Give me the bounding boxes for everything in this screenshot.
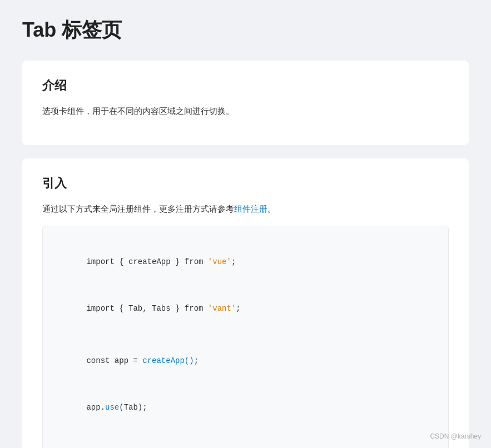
- code-import-1-suffix: ;: [231, 257, 236, 266]
- intro-section-title: 介绍: [42, 77, 449, 94]
- code-const-keyword: const app =: [86, 356, 142, 365]
- import-section-title: 引入: [42, 175, 449, 192]
- import-desc: 通过以下方式来全局注册组件，更多注册方式请参考组件注册。: [42, 202, 449, 216]
- code-const-suffix: ;: [194, 356, 199, 365]
- code-use-4: use: [105, 403, 119, 412]
- code-app-4: app.: [86, 403, 105, 412]
- intro-card: 介绍 选项卡组件，用于在不同的内容区域之间进行切换。: [22, 61, 469, 145]
- code-line-3: const app = createApp();: [58, 337, 433, 384]
- code-import-2-string: 'vant': [208, 304, 236, 313]
- code-import-2-keyword: import { Tab, Tabs } from: [86, 304, 207, 313]
- code-import-1-keyword: import { createApp } from: [86, 257, 207, 266]
- code-createapp-call: createApp(): [142, 356, 194, 365]
- code-semi-4: ;: [142, 403, 147, 412]
- import-desc-suffix: 。: [267, 204, 276, 213]
- code-line-5: app.use(Tabs);: [58, 431, 433, 448]
- import-card: 引入 通过以下方式来全局注册组件，更多注册方式请参考组件注册。 import {…: [22, 158, 469, 449]
- import-desc-prefix: 通过以下方式来全局注册组件，更多注册方式请参考: [42, 204, 234, 213]
- intro-desc: 选项卡组件，用于在不同的内容区域之间进行切换。: [42, 104, 449, 118]
- code-import-2-suffix: ;: [236, 304, 240, 313]
- component-register-link[interactable]: 组件注册: [234, 204, 267, 213]
- code-block: import { createApp } from 'vue'; import …: [42, 226, 449, 448]
- code-line-1: import { createApp } from 'vue';: [58, 238, 433, 285]
- code-import-1-string: 'vue': [208, 257, 231, 266]
- watermark: CSDN @karshey: [430, 432, 481, 440]
- page-title: Tab 标签页: [22, 17, 469, 44]
- code-line-4: app.use(Tab);: [58, 384, 433, 431]
- code-blank-1: [58, 332, 433, 337]
- code-line-2: import { Tab, Tabs } from 'vant';: [58, 285, 433, 332]
- code-tab-4: (Tab): [119, 403, 142, 412]
